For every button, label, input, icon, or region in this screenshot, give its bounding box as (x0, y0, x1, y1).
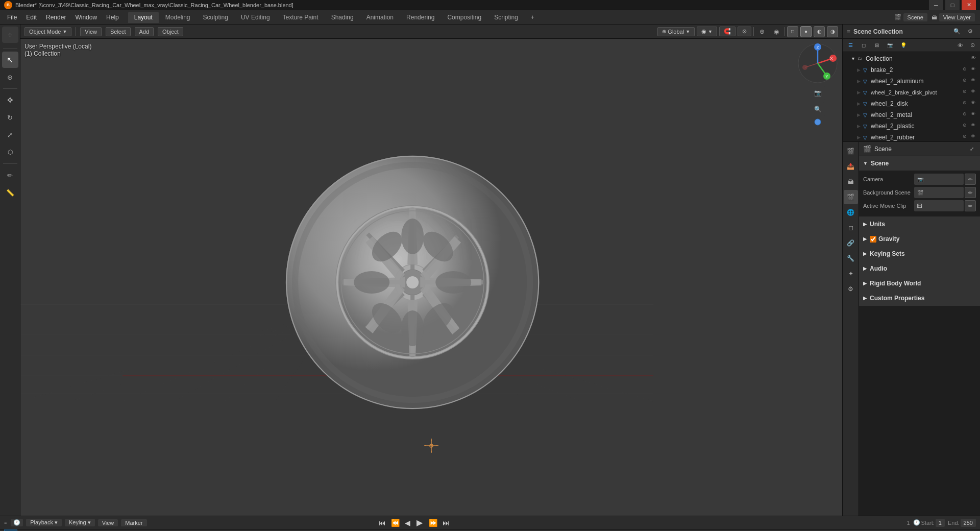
transform-orientation[interactable]: ⊕ Global ▼ (657, 27, 695, 36)
tool-select[interactable]: ↖ (2, 52, 18, 68)
tool-rotate[interactable]: ↻ (2, 109, 18, 126)
marker-dropdown[interactable]: Marker (121, 519, 146, 526)
vis-select-plastic[interactable]: ⊙ (963, 123, 970, 130)
menu-render[interactable]: Render (42, 10, 70, 24)
prop-tab-object[interactable]: ◻ (844, 221, 858, 235)
rubber-visibility[interactable]: ⊙ 👁 (963, 134, 978, 141)
maximize-button[interactable]: □ (945, 0, 960, 10)
vis-select-disk[interactable]: ⊙ (963, 89, 970, 96)
shading-solid[interactable]: ● (800, 26, 812, 37)
tab-sculpting[interactable]: Sculpting (197, 12, 234, 23)
outliner-select-btn[interactable]: ⊙ (967, 40, 978, 51)
outliner-row-brake-disk[interactable]: ▶ ▽ wheel_2_brake_disk_pivot ⊙ 👁 (843, 87, 980, 98)
pivot-point[interactable]: ◉ ▼ (697, 27, 717, 36)
properties-maximize-btn[interactable]: ⤢ (968, 145, 976, 153)
tab-add[interactable]: + (525, 12, 541, 23)
add-menu[interactable]: Add (135, 27, 154, 36)
collection-visibility[interactable]: 👁 (971, 55, 978, 62)
outliner-icon-all[interactable]: ☰ (845, 40, 856, 51)
wheel-disk-visibility[interactable]: ⊙ 👁 (963, 100, 978, 107)
prop-tab-modifiers[interactable]: 🔧 (844, 251, 858, 266)
end-frame-field[interactable]: 250 (961, 519, 976, 527)
object-menu[interactable]: Object (158, 27, 183, 36)
outliner-icon-armature[interactable]: ⊞ (871, 40, 883, 51)
vis-eye-metal[interactable]: 👁 (971, 111, 978, 118)
plastic-visibility[interactable]: ⊙ 👁 (963, 123, 978, 130)
vis-eye-disk[interactable]: 👁 (971, 89, 978, 96)
camera-value[interactable]: 📷 (914, 174, 964, 185)
active-clip-value[interactable]: 🎞 (914, 200, 964, 211)
vis-select-rubber[interactable]: ⊙ (963, 134, 970, 141)
menu-file[interactable]: File (3, 10, 21, 24)
vis-eye-alum[interactable]: 👁 (971, 78, 978, 85)
metal-visibility[interactable]: ⊙ 👁 (963, 111, 978, 118)
navigation-gizmo[interactable]: X Y Z (797, 43, 838, 84)
clip-pick-btn[interactable]: ✏ (965, 200, 976, 211)
background-scene-value[interactable]: 🎬 (914, 187, 964, 198)
outliner-row-rubber[interactable]: ▶ ▽ wheel_2_rubber ⊙ 👁 (843, 132, 980, 142)
viewport-canvas[interactable]: User Perspective (Local) (1) Collection … (20, 39, 842, 516)
prop-tab-view-layer[interactable]: 🏔 (844, 175, 858, 189)
current-frame-field[interactable]: 1 (906, 520, 910, 526)
section-audio-header[interactable]: ▶ Audio (859, 261, 980, 276)
tool-move[interactable]: ✥ (2, 92, 18, 108)
select-menu[interactable]: Select (106, 27, 131, 36)
shading-material[interactable]: ◐ (814, 26, 825, 37)
tool-scale[interactable]: ⤢ (2, 127, 18, 143)
minimize-button[interactable]: ─ (929, 0, 943, 10)
tab-shading[interactable]: Shading (325, 12, 360, 23)
jump-to-start-btn[interactable]: ⏮ (377, 518, 388, 528)
tab-compositing[interactable]: Compositing (441, 12, 487, 23)
show-overlays-btn[interactable]: ◉ (770, 26, 782, 37)
proportional-edit[interactable]: ⊙ (738, 27, 751, 36)
vis-select-alum[interactable]: ⊙ (963, 78, 970, 85)
shading-rendered[interactable]: ◑ (827, 26, 838, 37)
outliner-row-collection[interactable]: ▼ 🗂 Collection 👁 (843, 53, 980, 64)
outliner-row-brake2[interactable]: ▶ ▽ brake_2 ⊙ 👁 (843, 64, 980, 76)
vis-eye-brake[interactable]: 👁 (971, 66, 978, 74)
keying-dropdown[interactable]: Keying ▾ (65, 519, 95, 526)
prop-tab-particles[interactable]: ✦ (844, 267, 858, 281)
viewport[interactable]: Object Mode ▼ View Select Add Object ⊕ G… (20, 25, 842, 516)
outliner-row-aluminum[interactable]: ▶ ▽ wheel_2_aluminum ⊙ 👁 (843, 76, 980, 87)
outliner-icon-camera[interactable]: 📷 (885, 40, 896, 51)
menu-help[interactable]: Help (102, 10, 123, 24)
scene-selector[interactable]: Scene (903, 13, 927, 21)
menu-edit[interactable]: Edit (22, 10, 41, 24)
section-units-header[interactable]: ▶ Units (859, 217, 980, 231)
vis-eye-rubber[interactable]: 👁 (971, 134, 978, 141)
view-menu[interactable]: View (80, 27, 102, 36)
vis-eye[interactable]: 👁 (971, 55, 978, 62)
tab-layout[interactable]: Layout (128, 12, 159, 23)
vis-restrict-select[interactable]: ⊙ (963, 66, 970, 74)
close-button[interactable]: ✕ (962, 0, 976, 10)
section-scene-header[interactable]: ▼ Scene (859, 156, 980, 171)
prop-tab-output[interactable]: 📤 (844, 159, 858, 174)
next-keyframe-btn[interactable]: ⏩ (427, 518, 439, 528)
tab-animation[interactable]: Animation (360, 12, 400, 23)
zoom-to-fit-btn[interactable]: 🔍 (811, 102, 825, 116)
prop-tab-world[interactable]: 🌐 (844, 205, 858, 220)
prop-tab-scene[interactable]: 🎬 (844, 190, 858, 204)
outliner-icon-mesh[interactable]: ◻ (858, 40, 869, 51)
section-custom-props-header[interactable]: ▶ Custom Properties (859, 291, 980, 305)
vis-eye-plastic[interactable]: 👁 (971, 123, 978, 130)
outliner-row-wheel-disk[interactable]: ▶ ▽ wheel_2_disk ⊙ 👁 (843, 98, 980, 109)
vis-eye-wdisk[interactable]: 👁 (971, 100, 978, 107)
gravity-checkbox[interactable] (870, 236, 876, 243)
timeline-menu-icon[interactable]: ≡ (4, 520, 7, 525)
show-gizmos-btn[interactable]: ⊕ (756, 26, 768, 37)
tab-scripting[interactable]: Scripting (488, 12, 524, 23)
section-gravity-header[interactable]: ▶ Gravity (859, 232, 980, 246)
view-layer-selector[interactable]: View Layer (939, 13, 975, 21)
outliner-filter-btn[interactable]: ⚙ (965, 26, 976, 37)
active-tool-icon[interactable]: ⊹ (2, 27, 18, 43)
disk-visibility[interactable]: ⊙ 👁 (963, 89, 978, 96)
outliner-search-btn[interactable]: 🔍 (951, 26, 963, 37)
start-frame-field[interactable]: 1 (936, 519, 945, 527)
play-reverse-btn[interactable]: ◀ (403, 518, 412, 528)
object-mode-dropdown[interactable]: Object Mode ▼ (24, 27, 71, 36)
playback-dropdown[interactable]: Playback ▾ (26, 519, 62, 526)
outliner-row-metal[interactable]: ▶ ▽ wheel_2_metal ⊙ 👁 (843, 109, 980, 120)
section-rigid-body-header[interactable]: ▶ Rigid Body World (859, 276, 980, 291)
